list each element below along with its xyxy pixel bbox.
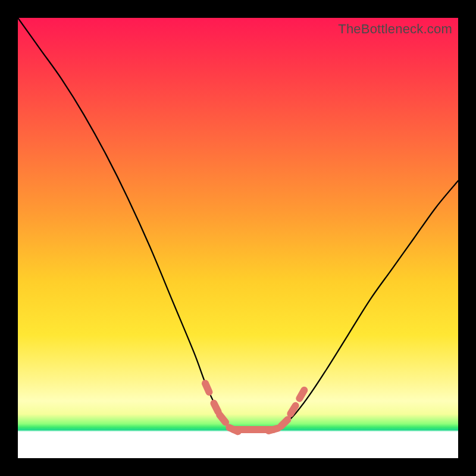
svg-line-3 [220,415,226,422]
svg-line-7 [290,406,295,414]
svg-line-5 [268,428,277,431]
marker-group [205,383,304,431]
svg-line-8 [299,390,304,399]
bottleneck-curve [18,18,458,458]
plot-area: TheBottleneck.com [18,18,458,458]
svg-line-4 [229,428,238,432]
svg-line-1 [205,383,209,392]
curve-path [18,18,458,431]
svg-line-6 [281,419,287,426]
svg-line-2 [214,403,218,412]
chart-frame: TheBottleneck.com [0,0,476,476]
attribution-label: TheBottleneck.com [338,21,452,37]
